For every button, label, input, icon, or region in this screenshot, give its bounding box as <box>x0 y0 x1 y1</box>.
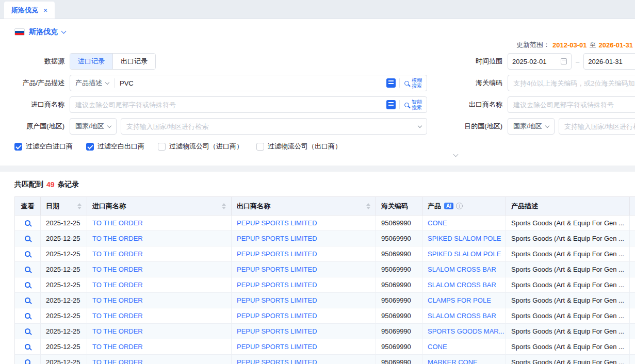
hs-code-cell: 95069990 <box>376 246 422 262</box>
filter-checkbox-1[interactable]: 过滤空白进口商 <box>14 142 73 151</box>
hs-code-cell: 95069990 <box>376 293 422 308</box>
dest-country-input[interactable] <box>559 118 635 135</box>
sort-icon[interactable] <box>366 203 370 209</box>
importer-link[interactable]: TO THE ORDER <box>87 231 232 246</box>
start-date-value[interactable] <box>512 58 553 65</box>
product-input[interactable] <box>115 79 383 87</box>
product-link[interactable]: CONE <box>422 339 506 355</box>
table-row: 2025-12-25TO THE ORDERPEPUP SPORTS LIMIT… <box>15 277 635 293</box>
tab-slovakia[interactable]: 斯洛伐克 × <box>4 2 55 19</box>
magnifier-icon <box>25 328 30 334</box>
origin-country-input-box[interactable] <box>121 118 427 135</box>
importer-input[interactable] <box>70 101 383 109</box>
smart-search-button[interactable]: 智能搜索 <box>400 99 427 110</box>
end-date-input[interactable] <box>583 53 635 70</box>
product-link[interactable]: MARKER CONE <box>422 355 506 364</box>
tab-close-icon[interactable]: × <box>43 7 47 14</box>
view-record-button[interactable] <box>15 216 41 231</box>
batch-search-icon[interactable] <box>386 78 396 88</box>
product-link[interactable]: SPIKED SLALOM POLE <box>422 231 506 246</box>
view-record-button[interactable] <box>15 355 41 364</box>
product-link[interactable]: CLAMPS FOR POLE <box>422 293 506 308</box>
filter-checkbox-4[interactable]: 过滤物流公司（出口商） <box>256 142 341 151</box>
sort-icon[interactable] <box>77 203 82 209</box>
view-record-button[interactable] <box>15 231 41 246</box>
end-date-value[interactable] <box>588 58 629 65</box>
product-link[interactable]: SPORTS GOODS MAR... <box>422 324 506 339</box>
checked-checkbox-icon[interactable] <box>14 143 22 151</box>
ai-badge: AI <box>444 203 453 209</box>
col-header-importer[interactable]: 进口商名称 <box>87 197 232 216</box>
col-header-exporter[interactable]: 出口商名称 <box>232 197 376 216</box>
start-date-input[interactable] <box>508 53 572 70</box>
product-link[interactable]: SLALOM CROSS BAR <box>422 277 506 293</box>
unchecked-checkbox-icon[interactable] <box>158 143 166 151</box>
view-record-button[interactable] <box>15 339 41 355</box>
table-row: 2025-12-25TO THE ORDERPEPUP SPORTS LIMIT… <box>15 339 635 355</box>
view-record-button[interactable] <box>15 246 41 262</box>
view-record-button[interactable] <box>15 324 41 339</box>
filter-checkbox-3[interactable]: 过滤物流公司（进口商） <box>158 142 243 151</box>
export-records-toggle[interactable]: 出口记录 <box>112 54 155 69</box>
exporter-link[interactable]: PEPUP SPORTS LIMITED <box>232 231 376 246</box>
product-type-select[interactable]: 产品描述 <box>70 78 114 88</box>
product-link[interactable]: SLALOM CROSS BAR <box>422 308 506 324</box>
importer-link[interactable]: TO THE ORDER <box>87 246 232 262</box>
col-header-date[interactable]: 日期 <box>41 197 87 216</box>
date-range-separator: – <box>576 58 579 65</box>
collapse-button[interactable] <box>447 154 464 161</box>
importer-link[interactable]: TO THE ORDER <box>87 293 232 308</box>
description-cell: Sports Goods (Art & Equip For Gen ... <box>506 324 630 339</box>
checked-checkbox-icon[interactable] <box>86 143 94 151</box>
exporter-link[interactable]: PEPUP SPORTS LIMITED <box>232 339 376 355</box>
filter-label: 过滤物流公司（进口商） <box>169 142 243 151</box>
sort-icon[interactable] <box>222 203 226 209</box>
view-record-button[interactable] <box>15 308 41 324</box>
exporter-link[interactable]: PEPUP SPORTS LIMITED <box>232 277 376 293</box>
importer-link[interactable]: TO THE ORDER <box>87 339 232 355</box>
exporter-link[interactable]: PEPUP SPORTS LIMITED <box>232 246 376 262</box>
importer-link[interactable]: TO THE ORDER <box>87 308 232 324</box>
view-record-button[interactable] <box>15 293 41 308</box>
time-range-label: 时间范围 <box>427 57 508 66</box>
results-panel: 共匹配到 49 条记录 查看 日期 进口商名称 出口商名称 海关编码 <box>0 172 635 364</box>
origin-country-input[interactable] <box>126 123 418 130</box>
exporter-link[interactable]: PEPUP SPORTS LIMITED <box>232 293 376 308</box>
origin-region-select[interactable]: 国家/地区 <box>70 118 117 135</box>
exporter-link[interactable]: PEPUP SPORTS LIMITED <box>232 308 376 324</box>
magnifier-icon <box>25 344 30 350</box>
fuzzy-search-button[interactable]: 模糊搜索 <box>400 77 427 89</box>
importer-link[interactable]: TO THE ORDER <box>87 324 232 339</box>
importer-link[interactable]: TO THE ORDER <box>87 277 232 293</box>
hs-code-input[interactable] <box>508 75 635 91</box>
exporter-link[interactable]: PEPUP SPORTS LIMITED <box>232 216 376 231</box>
description-cell: Sports Goods (Art & Equip For Gen ... <box>506 262 630 277</box>
exporter-link[interactable]: PEPUP SPORTS LIMITED <box>232 262 376 277</box>
dest-region-select[interactable]: 国家/地区 <box>508 118 555 135</box>
col-header-clipped <box>630 197 635 216</box>
unchecked-checkbox-icon[interactable] <box>256 143 264 151</box>
update-range-end: 2026-01-31 <box>599 41 633 49</box>
table-row: 2025-12-25TO THE ORDERPEPUP SPORTS LIMIT… <box>15 324 635 339</box>
smart-search-label: 智能搜索 <box>412 99 422 110</box>
exporter-link[interactable]: PEPUP SPORTS LIMITED <box>232 324 376 339</box>
product-search-group: 产品描述 模糊搜索 <box>70 75 427 91</box>
product-link[interactable]: CONE <box>422 216 506 231</box>
clipped-cell <box>630 262 635 277</box>
country-selector[interactable]: 斯洛伐克 <box>29 27 58 37</box>
view-record-button[interactable] <box>15 277 41 293</box>
filter-checkbox-2[interactable]: 过滤空白出口商 <box>86 142 144 151</box>
summary-suffix: 条记录 <box>58 180 79 189</box>
product-link[interactable]: SPIKED SLALOM POLE <box>422 246 506 262</box>
import-records-toggle[interactable]: 进口记录 <box>70 54 112 69</box>
importer-link[interactable]: TO THE ORDER <box>87 262 232 277</box>
batch-search-icon[interactable] <box>386 100 396 109</box>
exporter-input[interactable] <box>508 96 635 113</box>
chevron-down-icon[interactable] <box>61 29 67 34</box>
product-link[interactable]: SLALOM CROSS BAR <box>422 262 506 277</box>
importer-link[interactable]: TO THE ORDER <box>87 355 232 364</box>
importer-link[interactable]: TO THE ORDER <box>87 216 232 231</box>
view-record-button[interactable] <box>15 262 41 277</box>
info-icon[interactable] <box>456 203 463 209</box>
exporter-link[interactable]: PEPUP SPORTS LIMITED <box>232 355 376 364</box>
